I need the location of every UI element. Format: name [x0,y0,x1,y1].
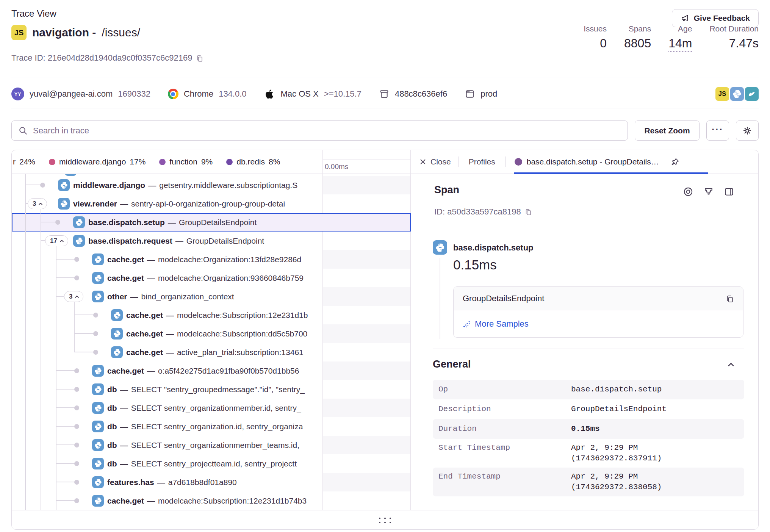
span-row-other[interactable]: 3 other—bind_organization_context [12,287,322,306]
copy-endpoint-icon[interactable] [726,294,734,303]
span-row-db[interactable]: db—SELECT sentry_organizationmember.id, … [12,399,322,417]
python-icon [92,421,104,432]
legend-pct: 17% [130,157,146,166]
span-row-cache-get[interactable]: cache.get—active_plan_trial:subscription… [12,343,322,361]
row-value: Apr 2, 9:29 PM (1743629372.838058) [571,471,744,493]
tab-profiles[interactable]: Profiles [466,157,498,166]
python-platform-icon [730,87,744,101]
javascript-platform-icon: JS [715,87,729,101]
resize-handle-bar[interactable] [12,510,758,530]
javascript-platform-icon: JS [11,25,27,40]
python-icon [111,346,123,358]
focus-span-icon[interactable] [683,186,693,197]
span-row-base-dispatch-request[interactable]: 17 base.dispatch.request—GroupDetailsEnd… [12,232,322,250]
expand-chip[interactable]: 17 [45,235,68,246]
copy-trace-id-icon[interactable] [196,54,203,62]
stat-value: 8805 [624,36,651,50]
search-input[interactable] [11,120,628,141]
span-row-db[interactable]: db—SELECT sentry_projectteam.id, sentry_… [12,454,322,473]
span-section-title: Span [434,184,459,196]
python-icon [92,458,104,469]
span-detail-panel: Close Profiles base.dispatch.setup - Gro… [411,150,759,510]
timeline-header [323,150,410,160]
legend-label: function [169,157,197,166]
copy-span-id-icon[interactable] [524,208,532,216]
layout-columns-icon[interactable] [724,186,734,197]
legend-dot [226,159,233,165]
python-icon [433,240,447,255]
trace-title: JS navigation - /issues/ [11,25,140,40]
settings-button[interactable] [736,120,759,141]
tab-span-label: base.dispatch.setup - GroupDetails… [527,157,659,166]
python-icon [92,439,104,451]
close-detail-button[interactable]: Close [419,157,451,166]
span-row-db[interactable]: db—SELECT sentry_organizationmember_team… [12,436,322,454]
span-duration: 0.15ms [453,257,497,272]
legend-item-db-redis[interactable]: db.redis 8% [226,157,280,166]
trace-id-text: Trace ID: 216e04d28d1940da9c0f0357c6c921… [11,53,192,63]
span-row-features-has[interactable]: features.has—a7d618b8df01a890 [12,473,322,491]
os-version: >=10.15.7 [324,89,362,99]
divider [459,156,459,167]
row-key: Duration [433,419,571,439]
span-row-db[interactable]: db—SELECT sentry_organization.id, sentry… [12,417,322,436]
filter-icon[interactable] [703,186,714,197]
stat-label: Issues [584,24,607,33]
expand-chip[interactable]: 3 [64,291,83,302]
legend-pct: 8% [269,157,280,166]
endpoint-card-header: GroupDetailsEndpoint [454,287,743,310]
apple-icon [264,88,275,100]
general-section-title: General [433,358,471,370]
pin-tab-icon[interactable] [670,157,680,167]
python-icon [92,291,104,302]
trace-view-panel: 0.00ms r 24% middleware.django 17% funct… [11,150,759,530]
stat-issues: Issues 0 [584,24,607,52]
stat-label: Spans [624,24,651,33]
span-row-base-dispatch-setup-selected[interactable]: base.dispatch.setup—GroupDetailsEndpoint [12,213,322,232]
stat-value: 0 [584,36,607,50]
python-icon [92,495,104,507]
span-row-cache-get[interactable]: cache.get—modelcache:Organization:13fd28… [12,250,322,269]
python-icon [58,198,70,210]
close-icon [419,158,427,166]
timeline-column: 0.00ms [322,150,411,510]
span-row-view-render[interactable]: 3 view.render—sentry-api-0-organization-… [12,194,322,213]
span-row-db[interactable]: db—SELECT "sentry_groupedmessage"."id", … [12,380,322,399]
timeline-ruler: 0.00ms [323,160,410,174]
stat-root-duration: Root Duration 7.47s [709,24,759,52]
legend-pct: 9% [201,157,213,166]
table-row: Description GroupDetailsEndpoint [433,399,744,419]
expand-chip[interactable]: 3 [28,198,47,209]
span-row-cache-get[interactable]: cache.get—o:a5f42e275d1ac91fba90f0b570d1… [12,361,322,380]
table-row: End Timestamp Apr 2, 9:29 PM (1743629372… [433,468,744,496]
span-row-cache-get[interactable]: cache.get—modelcache:Organization:936608… [12,269,322,287]
row-key: Start Timestamp [433,443,571,464]
trace-title-main: navigation - [32,26,96,39]
project-platform-icons: JS [715,87,759,101]
device-icon [379,89,390,99]
collapse-general-icon[interactable] [728,362,734,367]
python-icon [73,216,85,228]
trace-title-path: /issues/ [102,26,140,39]
span-row-middleware-django[interactable]: middleware.django—getsentry.middleware.s… [12,176,322,194]
reset-zoom-button[interactable]: Reset Zoom [635,120,700,141]
span-row-cache-get[interactable]: cache.get—modelcache:Subscription:12e231… [12,491,322,510]
legend-item-function[interactable]: function 9% [159,157,213,166]
legend-label: middleware.django [59,157,126,166]
python-icon [111,309,123,321]
python-icon [111,328,123,340]
more-options-button[interactable]: ··· [706,120,729,141]
more-samples-link[interactable]: More Samples [463,319,529,329]
python-icon [92,383,104,395]
span-row-cache-get[interactable]: cache.get—modelcache:Subscription:dd5c5b… [12,324,322,343]
legend-item-clipped[interactable]: r 24% [13,157,35,166]
span-row-cache-get[interactable]: cache.get—modelcache:Subscription:12e231… [12,306,322,324]
span-id-text: ID: a50d33a597ca8198 [434,207,521,217]
span-op-name: base.dispatch.setup [453,243,534,253]
tab-span-details[interactable]: base.dispatch.setup - GroupDetails… [513,157,660,166]
legend-label: db.redis [236,157,265,166]
python-icon [73,235,85,247]
ops-breakdown-legend: r 24% middleware.django 17% function 9% … [12,150,322,174]
row-key: Description [433,399,571,419]
legend-item-middleware-django[interactable]: middleware.django 17% [49,157,146,166]
